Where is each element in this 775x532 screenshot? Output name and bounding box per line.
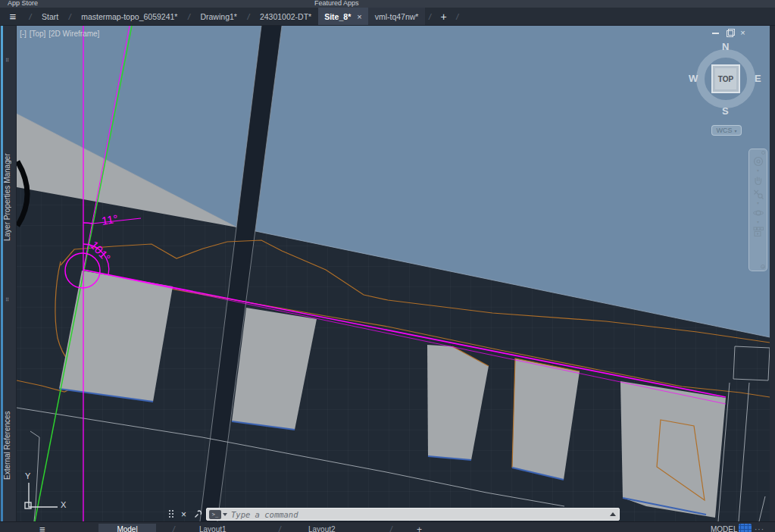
model-space-indicator[interactable]: MODEL <box>711 524 738 532</box>
file-tab-mastermap[interactable]: mastermap-topo_6059241* <box>74 8 184 25</box>
tab-separator: / <box>279 524 281 532</box>
chevron-down-icon[interactable]: ▾ <box>757 221 759 224</box>
restore-icon[interactable] <box>725 29 733 37</box>
file-tab-drawing1[interactable]: Drawing1* <box>193 8 243 25</box>
palette-handle-icon[interactable]: ⠿ <box>5 297 8 303</box>
wcs-label: WCS <box>716 127 732 134</box>
command-line-bar: × >_ <box>168 507 620 521</box>
file-tab-vml[interactable]: vml-tq47nw* <box>368 8 426 25</box>
file-tab-label: Site_8* <box>324 12 351 21</box>
more-options-icon[interactable]: ··· <box>755 524 764 532</box>
wcs-dropdown[interactable]: WCS ▾ <box>711 125 742 136</box>
viewcube: N S W E TOP <box>688 41 764 117</box>
tab-separator: / <box>184 8 193 25</box>
palette-handle-icon[interactable]: ⠿ <box>5 58 8 64</box>
tab-separator: / <box>65 8 74 25</box>
viewport-view-control[interactable]: [Top] <box>30 30 46 38</box>
file-tab-24301002[interactable]: 24301002-DT* <box>253 8 318 25</box>
document-window-controls: × <box>711 29 747 37</box>
viewcube-top-face[interactable]: TOP <box>711 64 740 93</box>
viewport-visual-style-control[interactable]: [2D Wireframe] <box>48 30 99 38</box>
menu-featured-apps[interactable]: Featured Apps <box>314 0 359 8</box>
command-input[interactable] <box>231 509 610 520</box>
navigation-bar: ▾ ▾ ▾ <box>748 149 767 271</box>
new-drawing-tab-button[interactable]: + <box>434 8 452 25</box>
layout-tab-layout2[interactable]: Layout2 <box>308 524 336 532</box>
top-menu-strip: App Store Featured Apps <box>0 0 775 8</box>
orbit-icon[interactable] <box>752 207 764 219</box>
new-layout-button[interactable]: + <box>417 524 422 532</box>
menu-app-store[interactable]: App Store <box>8 0 38 8</box>
showmotion-icon[interactable] <box>752 226 764 238</box>
map-geometry <box>17 26 770 521</box>
angle-label-11: 11° <box>101 212 119 227</box>
drag-handle-icon[interactable] <box>168 509 174 519</box>
model-canvas[interactable]: 11° 101° Y X <box>17 26 770 521</box>
chevron-down-icon[interactable]: ▾ <box>757 202 759 205</box>
grid-toggle-icon[interactable] <box>739 524 752 532</box>
viewcube-west[interactable]: W <box>689 73 698 84</box>
viewcube-north[interactable]: N <box>722 41 729 52</box>
viewcube-east[interactable]: E <box>755 73 761 84</box>
model-viewport: 11° 101° Y X [-] [Top] [2D Wireframe] × <box>17 26 770 521</box>
file-tab-bar: ≡ / Start / mastermap-topo_6059241* / Dr… <box>0 8 775 26</box>
ucs-x-label: X <box>61 500 67 509</box>
tab-separator: / <box>453 8 462 25</box>
minimize-icon[interactable] <box>711 29 720 37</box>
zoom-icon[interactable] <box>752 188 764 200</box>
viewport-menu-control[interactable]: [-] <box>20 30 27 38</box>
viewcube-south[interactable]: S <box>722 105 729 117</box>
customize-wrench-icon[interactable] <box>194 510 202 518</box>
tab-separator: / <box>390 524 392 532</box>
window-edge-strip <box>770 26 775 521</box>
viewport-controls-label: [-] [Top] [2D Wireframe] <box>20 30 100 38</box>
application-window: App Store Featured Apps ≡ / Start / mast… <box>0 0 775 532</box>
navbar-customize-icon[interactable] <box>761 151 765 155</box>
hamburger-menu-icon[interactable]: ≡ <box>0 8 26 25</box>
ucs-y-label: Y <box>25 471 31 480</box>
layout-tab-model-active[interactable]: Model <box>98 524 156 532</box>
chevron-down-icon[interactable] <box>223 513 227 516</box>
layout-tab-layout1[interactable]: Layout1 <box>199 524 227 532</box>
hamburger-menu-icon[interactable]: ≡ <box>39 524 45 532</box>
chevron-down-icon: ▾ <box>734 128 736 133</box>
file-tab-site8-active[interactable]: Site_8* × <box>318 8 367 25</box>
navigation-wheel-icon[interactable] <box>752 155 764 167</box>
chevron-down-icon[interactable]: ▾ <box>757 169 759 173</box>
pan-hand-icon[interactable] <box>752 174 764 186</box>
navbar-close-icon[interactable] <box>761 264 765 269</box>
tab-separator: / <box>244 8 253 25</box>
command-prompt-icon[interactable]: >_ <box>209 510 221 519</box>
close-icon[interactable]: × <box>739 29 747 37</box>
file-tab-start[interactable]: Start <box>35 8 65 25</box>
command-close-icon[interactable]: × <box>181 509 186 521</box>
tab-separator: / <box>26 8 35 25</box>
sidebar-tab-external-references[interactable]: External References <box>3 380 15 511</box>
tab-separator: / <box>425 8 434 25</box>
command-input-field[interactable]: >_ <box>206 508 620 521</box>
sidebar-tab-layer-properties-manager[interactable]: Layer Properties Manager <box>3 117 15 277</box>
command-history-expand-icon[interactable] <box>610 512 616 516</box>
status-bar: ≡ Model / Layout1 / Layout2 / + MODEL ··… <box>0 521 775 532</box>
tab-separator: / <box>173 524 175 532</box>
tab-close-icon[interactable]: × <box>357 12 361 21</box>
palette-sidebar: ⠿ Layer Properties Manager ⠿ External Re… <box>0 26 17 521</box>
